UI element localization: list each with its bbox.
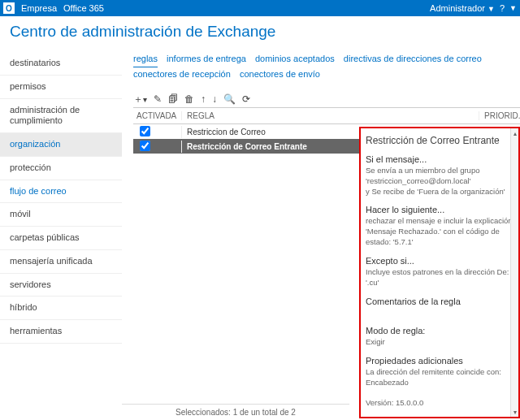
search-button[interactable]: 🔍 xyxy=(223,94,236,104)
col-header-regla[interactable]: REGLA xyxy=(182,111,479,120)
grid-header: ACTIVADA REGLA PRIORID... xyxy=(133,108,520,124)
details-version: Versión: 15.0.0.0 xyxy=(366,398,514,409)
details-mode-body: Exigir xyxy=(366,337,514,348)
delete-button[interactable]: 🗑 xyxy=(184,94,194,104)
details-if-head: Si el mensaje... xyxy=(366,154,514,164)
toolbar: ＋▾ ✎ 🗐 🗑 ↑ ↓ 🔍 ⟳ xyxy=(133,94,520,104)
sidebar: destinatarios permisos administración de… xyxy=(0,49,122,418)
office-icon: O xyxy=(3,2,15,14)
tab-reglas[interactable]: reglas xyxy=(133,52,158,67)
details-except-head: Excepto si... xyxy=(366,256,514,266)
tab-directivas-direcciones[interactable]: directivas de direcciones de correo xyxy=(344,52,482,67)
sidebar-item-administracion-cumplimiento[interactable]: administración de cumplimiento xyxy=(0,99,122,134)
sidebar-item-movil[interactable]: móvil xyxy=(0,203,122,227)
user-menu[interactable]: Administrador ▼ xyxy=(430,3,495,13)
details-do-body: rechazar el mensaje e incluir la explica… xyxy=(366,216,514,247)
move-down-button[interactable]: ↓ xyxy=(212,94,217,104)
help-button[interactable]: ? xyxy=(500,3,505,13)
move-up-button[interactable]: ↑ xyxy=(201,94,206,104)
tab-conectores-envio[interactable]: conectores de envío xyxy=(240,67,320,82)
chevron-down-icon: ▼ xyxy=(509,4,517,12)
tab-dominios-aceptados[interactable]: dominios aceptados xyxy=(255,52,335,67)
details-comments-head: Comentarios de la regla xyxy=(366,297,514,306)
col-header-activada[interactable]: ACTIVADA xyxy=(133,111,182,120)
sidebar-item-servidores[interactable]: servidores xyxy=(0,274,122,297)
refresh-button[interactable]: ⟳ xyxy=(242,94,250,104)
details-props-head: Propiedades adicionales xyxy=(366,356,514,366)
product-label[interactable]: Office 365 xyxy=(63,3,104,13)
tab-informes-entrega[interactable]: informes de entrega xyxy=(167,52,246,67)
details-except-body: Incluye estos patrones en la dirección D… xyxy=(366,267,514,288)
sidebar-item-permisos[interactable]: permisos xyxy=(0,76,122,99)
top-bar: O Empresa Office 365 Administrador ▼ ? ▼ xyxy=(0,0,520,16)
sidebar-item-organizacion[interactable]: organización xyxy=(0,133,122,157)
scroll-down-icon[interactable]: ▾ xyxy=(511,407,518,417)
row-activated-checkbox[interactable] xyxy=(140,126,150,136)
details-if-body: Se envía a un miembro del grupo 'restric… xyxy=(366,166,514,197)
sidebar-item-flujo-de-correo[interactable]: flujo de correo xyxy=(0,180,122,204)
main-content: reglas informes de entrega dominios acep… xyxy=(122,49,520,418)
sidebar-item-herramientas[interactable]: herramientas xyxy=(0,320,122,344)
row-activated-checkbox[interactable] xyxy=(140,141,150,151)
sidebar-item-destinatarios[interactable]: destinatarios xyxy=(0,52,122,76)
details-pane: Restricción de Correo Entrante Si el men… xyxy=(359,127,520,418)
tab-bar: reglas informes de entrega dominios acep… xyxy=(133,52,520,81)
edit-button[interactable]: ✎ xyxy=(154,94,162,104)
chevron-down-icon: ▼ xyxy=(488,5,495,13)
sidebar-item-carpetas-publicas[interactable]: carpetas públicas xyxy=(0,227,122,250)
add-button[interactable]: ＋▾ xyxy=(133,94,147,104)
details-do-head: Hacer lo siguiente... xyxy=(366,205,514,214)
details-comments-body xyxy=(366,308,514,318)
details-props-body: La dirección del remitente coincide con:… xyxy=(366,367,514,388)
details-title: Restricción de Correo Entrante xyxy=(366,135,514,146)
scroll-up-icon[interactable]: ▴ xyxy=(511,128,518,138)
sidebar-item-mensajeria-unificada[interactable]: mensajería unificada xyxy=(0,250,122,274)
col-header-prioridad[interactable]: PRIORID... xyxy=(479,111,520,120)
page-header: Centro de administración de Exchange xyxy=(0,16,520,49)
sidebar-item-hibrido[interactable]: híbrido xyxy=(0,297,122,320)
copy-button[interactable]: 🗐 xyxy=(168,94,178,104)
sidebar-item-proteccion[interactable]: protección xyxy=(0,157,122,180)
brand-label[interactable]: Empresa xyxy=(21,3,57,13)
page-title: Centro de administración de Exchange xyxy=(10,23,510,41)
details-mode-head: Modo de regla: xyxy=(366,326,514,336)
tab-conectores-recepcion[interactable]: conectores de recepción xyxy=(133,67,231,82)
selection-status: Seleccionados: 1 de un total de 2 xyxy=(122,404,349,417)
details-scrollbar[interactable]: ▴ ▾ xyxy=(510,128,518,417)
